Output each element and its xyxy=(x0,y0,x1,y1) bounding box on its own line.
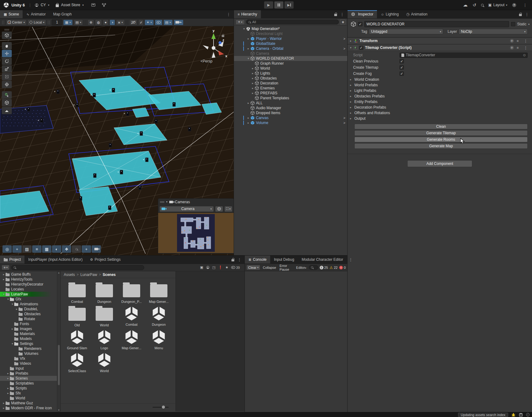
search-by-type-icon[interactable]: ▣ xyxy=(200,265,203,269)
console-log-area[interactable] xyxy=(245,271,347,412)
version-control-button[interactable] xyxy=(102,3,106,7)
tab-map-graph[interactable]: Map Graph xyxy=(50,10,76,18)
inspector-foldout[interactable]: ▸Output xyxy=(348,116,532,121)
info-count-badge[interactable]: !25 xyxy=(320,266,328,269)
tree-scrollbar[interactable]: ▲ ▼ xyxy=(57,271,60,411)
hierarchy-item[interactable]: ▸Volume> xyxy=(234,120,347,125)
project-tree-item[interactable]: Renderers xyxy=(0,346,57,351)
camera-overlay-button[interactable] xyxy=(92,245,101,253)
inspector-foldout[interactable]: ▸World Prefabs xyxy=(348,82,532,88)
foldout-arrow-icon[interactable]: ▸ xyxy=(246,116,250,119)
foldout-arrow-icon[interactable]: ▸ xyxy=(6,387,10,390)
create-object-button[interactable]: +▾ xyxy=(236,19,245,25)
layer-dropdown[interactable]: NoClip ▾ xyxy=(459,29,528,34)
grid-snap-toggle[interactable]: ▦ ▾ xyxy=(63,19,72,25)
foldout-arrow-icon[interactable]: ▸ xyxy=(6,377,10,380)
slider-knob[interactable] xyxy=(162,406,165,409)
kebab-menu-icon[interactable]: ⋮ xyxy=(522,39,530,43)
search-by-import-icon[interactable] xyxy=(206,266,210,269)
status-check-icon[interactable]: ✓ xyxy=(526,413,530,416)
pause-button[interactable] xyxy=(274,1,283,9)
tab-animation[interactable]: ◷Animation xyxy=(402,10,431,18)
move-tool-button[interactable] xyxy=(2,50,12,57)
hierarchy-search-input[interactable]: All xyxy=(246,19,339,24)
hidden-count-toggle[interactable]: 39 xyxy=(231,266,240,269)
foldout-arrow-icon[interactable]: ▾ xyxy=(2,293,6,296)
project-tree-item[interactable]: ▸Sfx xyxy=(0,391,57,396)
asset-scene-item[interactable]: SelectClass xyxy=(65,350,89,373)
package-manager-button[interactable] xyxy=(91,3,95,6)
presets-icon[interactable]: ≡ xyxy=(517,46,519,49)
asset-folder-item[interactable]: Combat xyxy=(65,281,89,303)
warning-count-badge[interactable]: ⚠22 xyxy=(330,265,338,270)
history-button[interactable]: ↺ xyxy=(473,2,476,7)
project-tree-item[interactable]: ▾LunarPaw xyxy=(0,292,57,297)
hierarchy-item[interactable]: ▸Canvas> xyxy=(234,115,347,120)
project-tree-item[interactable]: Scriptables xyxy=(0,381,57,386)
navigation-compass-button[interactable]: ◎ xyxy=(2,245,12,253)
project-tree-item[interactable]: Obstacles xyxy=(0,312,57,316)
expand-chevron-icon[interactable]: > xyxy=(344,121,345,125)
property-checkbox[interactable]: ✓ xyxy=(400,59,404,63)
asset-store-menu[interactable]: Asset Store ▾ xyxy=(56,3,84,7)
tab-lighting[interactable]: ☼Lighting xyxy=(377,10,402,18)
hierarchy-item[interactable]: Camera xyxy=(234,51,347,56)
grid-overlay-button[interactable]: ▦ xyxy=(42,245,51,253)
tab-project-settings[interactable]: ⚙Project Settings xyxy=(86,256,124,264)
project-tree-item[interactable]: ▸Modern GDR - Free icon xyxy=(0,406,57,411)
project-tree-item[interactable]: ▸Images xyxy=(0,326,57,331)
transform-tool-button[interactable] xyxy=(2,81,12,88)
snap-overlay-button[interactable]: ▨ xyxy=(22,245,32,253)
add-component-button[interactable]: Add Component xyxy=(407,160,472,167)
project-tree-item[interactable]: Materials xyxy=(0,331,57,336)
scene-picker-icon[interactable]: ▣ xyxy=(340,19,346,24)
play-button[interactable]: ▶ xyxy=(264,1,273,9)
tag-dropdown[interactable]: Untagged ▾ xyxy=(369,29,443,34)
foldout-arrow-icon[interactable]: ▸ xyxy=(251,77,255,80)
gizmo-half-toggle[interactable]: ◑ xyxy=(110,19,115,25)
foldout-arrow-icon[interactable]: ▾ xyxy=(11,303,14,306)
script-object-field[interactable]: TilemapConverter ⊙ xyxy=(400,53,528,58)
property-checkbox[interactable]: ✓ xyxy=(400,71,404,76)
terrain-tool-button[interactable] xyxy=(2,107,12,114)
foldout-arrow-icon[interactable]: ▸ xyxy=(251,82,255,85)
asset-scene-item[interactable]: Combat xyxy=(119,304,144,327)
gizmo-shaded-toggle[interactable]: ◍ xyxy=(95,19,102,25)
layers-overlay-button[interactable]: ❖ xyxy=(62,245,71,253)
foldout-arrow-icon[interactable]: ▸ xyxy=(350,39,352,42)
asset-folder-item[interactable]: Dungeon_P... xyxy=(119,281,144,303)
console-search-input[interactable] xyxy=(309,265,318,270)
inspector-foldout[interactable]: ▸Light Prefabs xyxy=(348,88,532,93)
hierarchy-item[interactable]: ▸ALL xyxy=(234,101,347,105)
foldout-arrow-icon[interactable]: ▸ xyxy=(246,37,250,40)
hierarchy-item[interactable]: ▸Camera - Orbital> xyxy=(234,46,347,51)
help-icon[interactable]: ? xyxy=(510,39,514,43)
generate-rooms-button[interactable]: Generate Rooms xyxy=(354,137,528,142)
asset-scene-item[interactable]: World xyxy=(92,350,116,373)
hierarchy-item[interactable]: ▸Obstacles xyxy=(234,76,347,81)
tab-modular-character-editor[interactable]: Modular Character Editor xyxy=(298,256,347,264)
scene-visibility-toggle[interactable] xyxy=(155,19,162,25)
chevron-down-icon[interactable]: ▾ xyxy=(528,23,530,26)
hierarchy-item[interactable]: ▾WORLD GENERATOR xyxy=(234,56,347,61)
presets-icon[interactable]: ≡ xyxy=(517,39,519,43)
project-tree-item[interactable]: ▸Prefabs xyxy=(0,371,57,376)
editor-dropdown[interactable]: Editor▾ xyxy=(295,266,307,269)
hierarchy-item[interactable]: ▸World xyxy=(234,66,347,71)
project-search-input[interactable] xyxy=(11,265,144,270)
hierarchy-item[interactable]: ▸Lights xyxy=(234,71,347,76)
camera-select-dropdown[interactable]: Camera ▾ xyxy=(159,206,214,212)
project-tree-item[interactable]: ▸Game Buffs xyxy=(0,272,57,277)
tab-inspector[interactable]: iInspector xyxy=(348,10,377,18)
create-asset-button[interactable]: +▾ xyxy=(2,265,10,270)
search-overlay-button[interactable] xyxy=(72,245,81,253)
foldout-arrow-icon[interactable]: ▸ xyxy=(6,392,10,395)
project-tree-item[interactable]: World xyxy=(0,396,57,401)
pivot-mode-dropdown[interactable]: Center▾ xyxy=(6,19,27,25)
foldout-arrow-icon[interactable]: ▸ xyxy=(2,273,6,276)
kebab-menu-icon[interactable]: ⋮ xyxy=(522,45,530,50)
tab-scene[interactable]: ▦Scene xyxy=(0,10,23,18)
hierarchy-item[interactable]: ▸Enemies xyxy=(234,86,347,91)
project-tree-item[interactable]: Models xyxy=(0,336,57,341)
hierarchy-item[interactable]: Dropped Items xyxy=(234,110,347,115)
